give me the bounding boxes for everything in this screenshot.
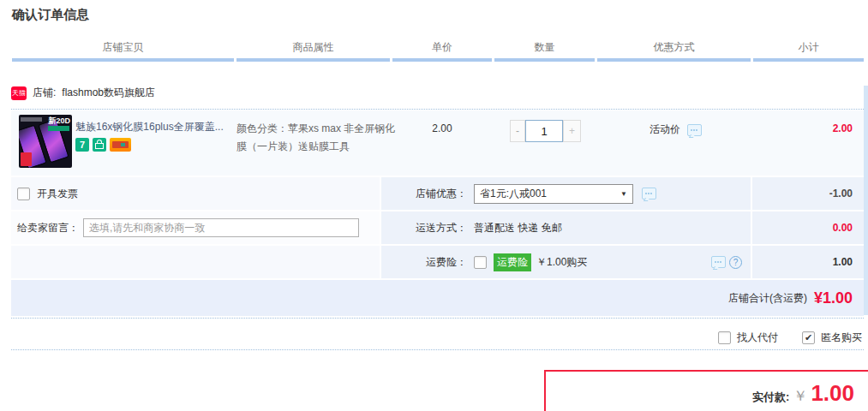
freight-insurance-badge: 运费险	[494, 253, 531, 271]
col-header-attributes: 商品属性	[236, 38, 390, 62]
product-image-red-badge	[21, 152, 32, 166]
product-image[interactable]: 新20D	[19, 115, 72, 168]
col-header-unit-price: 单价	[392, 38, 492, 62]
invoice-label: 开具发票	[37, 187, 78, 201]
quantity-increase-button[interactable]: +	[563, 120, 581, 142]
seller-message-input[interactable]	[83, 218, 359, 237]
quantity-decrease-button[interactable]: -	[510, 120, 525, 142]
promo-tooltip-icon[interactable]	[687, 124, 702, 136]
payment-amount: 1.00	[811, 380, 854, 407]
gold-card-icon	[110, 138, 131, 152]
freight-insurance-cell: 运费险： 运费险 ￥1.00购买	[381, 246, 751, 278]
col-header-subtotal: 小计	[753, 38, 864, 62]
col-header-quantity: 数量	[494, 38, 595, 62]
payment-label: 实付款:	[752, 390, 789, 405]
shipping-amount: 0.00	[752, 211, 864, 244]
shopping-bag-icon	[93, 138, 106, 152]
freight-insurance-amount: 1.00	[752, 246, 864, 278]
store-total-amount: ¥1.00	[814, 289, 853, 307]
divider-dotted-top	[11, 109, 864, 110]
shop-discount-selected: 省1元:八戒001	[480, 187, 547, 201]
discount-tooltip-icon[interactable]	[642, 188, 656, 200]
divider-dotted-middle	[11, 318, 864, 319]
help-icon[interactable]	[729, 256, 742, 269]
unit-price: 2.00	[392, 122, 492, 134]
pay-for-other-label: 找人代付	[737, 331, 778, 345]
line-subtotal: 2.00	[833, 122, 853, 134]
panel-right-edge	[864, 86, 868, 315]
freight-tooltip-icon[interactable]	[711, 256, 726, 268]
invoice-checkbox[interactable]	[17, 188, 30, 200]
payment-currency: ￥	[793, 386, 807, 406]
tmall-icon: 天猫	[11, 86, 27, 100]
anonymous-purchase-checkbox[interactable]	[802, 331, 815, 344]
page-title: 确认订单信息	[12, 7, 89, 23]
col-header-shop-item: 店铺宝贝	[12, 38, 234, 62]
quantity-input[interactable]	[525, 120, 563, 142]
promo-type-label: 活动价	[650, 122, 680, 137]
anonymous-purchase-label: 匿名购买	[821, 331, 862, 345]
shop-discount-cell: 店铺优惠： 省1元:八戒001 ▼	[381, 177, 751, 210]
freight-insurance-checkbox[interactable]	[474, 256, 487, 269]
freight-insurance-label: 运费险：	[381, 255, 467, 270]
product-row: 新20D 魅族16x钢化膜16plus全屏覆盖... 7 颜色分类：苹果xs m…	[11, 110, 864, 176]
store-total-label: 店铺合计(含运费)	[728, 291, 807, 306]
product-image-caption-decor	[21, 117, 42, 122]
store-total-row: 店铺合计(含运费) ¥1.00	[11, 280, 864, 316]
store-name-link[interactable]: flashmob数码旗舰店	[62, 86, 155, 100]
product-image-green-bar	[48, 126, 69, 131]
service-icons: 7	[75, 138, 131, 152]
empty-cell	[11, 246, 380, 278]
shipping-label: 运送方式：	[381, 221, 467, 235]
divider-dotted-bottom	[11, 349, 864, 350]
product-title-link[interactable]: 魅族16x钢化膜16plus全屏覆盖...	[75, 120, 230, 134]
freight-insurance-price: ￥1.00购买	[536, 255, 587, 270]
shop-discount-select[interactable]: 省1元:八戒001 ▼	[474, 184, 633, 204]
message-cell: 给卖家留言：	[11, 211, 380, 244]
shipping-cell: 运送方式： 普通配送 快递 免邮	[381, 211, 751, 244]
message-label: 给卖家留言：	[17, 221, 79, 235]
pay-for-other-checkbox[interactable]	[718, 331, 731, 344]
store-label: 店铺:	[33, 86, 56, 100]
seven-day-return-icon: 7	[75, 138, 89, 152]
quantity-stepper: - +	[510, 120, 581, 142]
shipping-value: 普通配送 快递 免邮	[474, 221, 562, 235]
col-header-discount: 优惠方式	[597, 38, 751, 62]
product-attributes: 颜色分类：苹果xs max 非全屏钢化膜（一片装）送贴膜工具	[236, 120, 399, 156]
order-options: 找人代付 匿名购买	[718, 329, 862, 346]
shop-discount-label: 店铺优惠：	[381, 187, 467, 201]
payment-summary-box: 实付款: ￥ 1.00	[544, 370, 868, 411]
invoice-cell: 开具发票	[11, 177, 380, 210]
shop-discount-amount: -1.00	[752, 177, 864, 210]
store-row: 天猫 店铺: flashmob数码旗舰店	[11, 86, 155, 100]
chevron-down-icon: ▼	[620, 190, 627, 198]
order-confirm-page: 确认订单信息 店铺宝贝 商品属性 单价 数量 优惠方式 小计 天猫 店铺: fl…	[0, 0, 868, 411]
